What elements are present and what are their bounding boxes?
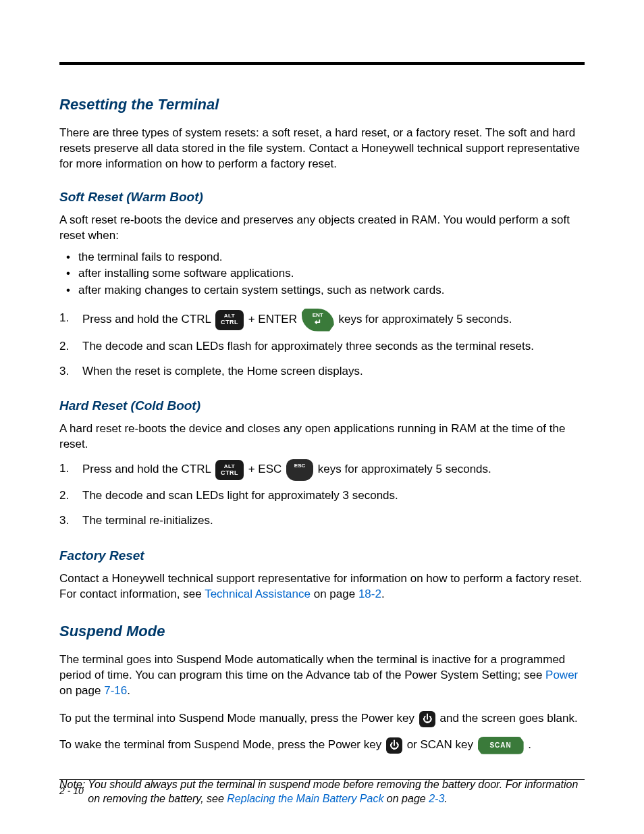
heading-hard-reset: Hard Reset (Cold Boot) — [59, 398, 585, 413]
text: or SCAN key — [407, 738, 477, 751]
key-label: SCAN — [489, 741, 511, 750]
text: . — [381, 588, 385, 600]
text: The terminal goes into Suspend Mode auto… — [59, 653, 565, 681]
list-item: 3. When the reset is complete, the Home … — [59, 362, 585, 382]
key-label-bottom: CTRL — [221, 319, 238, 326]
step-text-pre: Press and hold the CTRL — [82, 313, 214, 325]
para-reset-intro: There are three types of system resets: … — [59, 126, 585, 172]
list-item: 1. Press and hold the CTRL ALT CTRL + EN… — [59, 309, 585, 332]
heading-resetting-terminal: Resetting the Terminal — [59, 96, 585, 113]
step-number: 2. — [59, 337, 69, 357]
page: Resetting the Terminal There are three t… — [0, 0, 644, 834]
list-item: 3. The terminal re-initializes. — [59, 511, 585, 531]
esc-key-icon: ESC — [286, 459, 313, 481]
key-label-bottom: CTRL — [221, 470, 238, 477]
para-suspend-3: To wake the terminal from Suspend Mode, … — [59, 737, 585, 754]
para-soft-intro: A soft reset re-boots the device and pre… — [59, 213, 585, 244]
step-text-mid: + ESC — [248, 463, 285, 476]
page-footer: 2 - 10 — [59, 779, 585, 796]
ctrl-key-icon: ALT CTRL — [215, 310, 244, 330]
enter-key-icon: ENT ↵ — [302, 309, 334, 332]
hard-reset-steps: 1. Press and hold the CTRL ALT CTRL + ES… — [59, 459, 585, 531]
text: on page — [59, 684, 104, 697]
key-label: ESC — [294, 461, 305, 471]
ctrl-key-icon: ALT CTRL — [215, 460, 244, 480]
power-key-icon: ⏻ — [419, 711, 435, 727]
link-power[interactable]: Power — [545, 669, 578, 681]
list-item: 1. Press and hold the CTRL ALT CTRL + ES… — [59, 459, 585, 481]
list-item: after installing some software applicati… — [78, 265, 585, 282]
para-suspend-1: The terminal goes into Suspend Mode auto… — [59, 652, 585, 699]
power-key-icon: ⏻ — [386, 737, 402, 754]
step-number: 3. — [59, 511, 69, 531]
heading-soft-reset: Soft Reset (Warm Boot) — [59, 190, 585, 205]
text: To put the terminal into Suspend Mode ma… — [59, 712, 418, 725]
step-text: The decode and scan LEDs flash for appro… — [82, 340, 534, 353]
link-technical-assistance[interactable]: Technical Assistance — [205, 588, 311, 600]
scan-key-icon: SCAN — [478, 737, 524, 754]
link-page-7-16[interactable]: 7-16 — [104, 684, 127, 697]
step-text-mid: + ENTER — [248, 313, 300, 325]
step-number: 2. — [59, 486, 69, 506]
text: . — [528, 738, 531, 751]
text: . — [127, 684, 130, 697]
page-number: 2 - 10 — [59, 785, 84, 796]
step-text: When the reset is complete, the Home scr… — [82, 365, 363, 377]
list-item: 2. The decode and scan LEDs light for ap… — [59, 486, 585, 506]
top-rule — [59, 62, 585, 65]
heading-suspend-mode: Suspend Mode — [59, 623, 585, 640]
text: To wake the terminal from Suspend Mode, … — [59, 738, 385, 751]
step-text: The terminal re-initializes. — [82, 514, 213, 527]
link-page-18-2[interactable]: 18-2 — [358, 588, 381, 600]
para-hard-intro: A hard reset re-boots the device and clo… — [59, 421, 585, 452]
para-suspend-2: To put the terminal into Suspend Mode ma… — [59, 711, 585, 727]
list-item: 2. The decode and scan LEDs flash for ap… — [59, 337, 585, 357]
step-number: 1. — [59, 309, 69, 328]
step-text: The decode and scan LEDs light for appro… — [82, 489, 398, 502]
enter-arrow-icon: ↵ — [315, 318, 321, 327]
soft-reset-bullets: the terminal fails to respond. after ins… — [59, 249, 585, 299]
para-factory: Contact a Honeywell technical support re… — [59, 571, 585, 602]
text: on page — [311, 588, 358, 600]
heading-factory-reset: Factory Reset — [59, 548, 585, 563]
text: and the screen goes blank. — [439, 712, 577, 725]
step-text-post: keys for approximately 5 seconds. — [338, 313, 512, 325]
step-text-post: keys for approximately 5 seconds. — [318, 463, 491, 476]
step-number: 1. — [59, 459, 69, 479]
step-number: 3. — [59, 362, 69, 382]
soft-reset-steps: 1. Press and hold the CTRL ALT CTRL + EN… — [59, 309, 585, 382]
list-item: after making changes to certain system s… — [78, 282, 585, 299]
step-text-pre: Press and hold the CTRL — [82, 463, 214, 476]
list-item: the terminal fails to respond. — [78, 249, 585, 266]
